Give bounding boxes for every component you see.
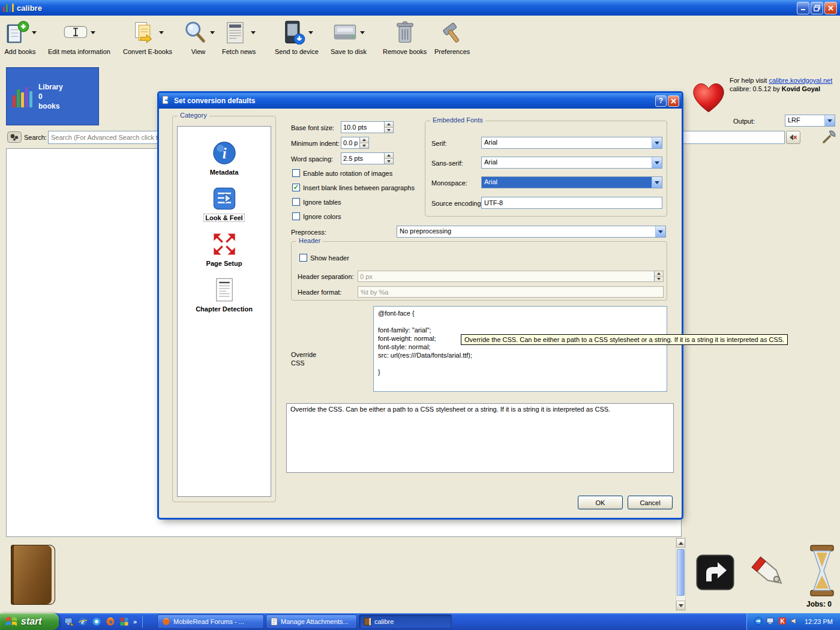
send-to-device-button[interactable]: Send to device — [275, 18, 319, 55]
word-spacing-label: Word spacing: — [291, 155, 333, 163]
source-encoding-input[interactable] — [481, 197, 662, 209]
help-link[interactable]: calibre.kovidgoyal.net — [769, 77, 832, 84]
base-font-size-input[interactable] — [341, 122, 384, 133]
minimum-indent-spinner[interactable] — [341, 137, 369, 149]
dialog-help-button[interactable]: ? — [655, 95, 667, 107]
ok-button[interactable]: OK — [578, 496, 623, 509]
wrench-icon — [821, 128, 838, 145]
embedded-fonts-group: Embedded Fonts Serif: Arial Sans-serif: … — [425, 121, 667, 217]
convert-ebooks-button[interactable]: Convert E-books — [123, 18, 172, 55]
library-icon — [13, 86, 32, 107]
sans-serif-label: Sans-serif: — [431, 160, 463, 167]
header-separation-label: Header separation: — [298, 273, 354, 280]
add-books-menu-arrow[interactable] — [32, 31, 37, 34]
details-scrollbar[interactable] — [676, 538, 686, 611]
cancel-button[interactable]: Cancel — [628, 496, 673, 509]
tray-antivirus-icon[interactable]: K — [778, 617, 787, 626]
monospace-font-select[interactable]: Arial — [481, 176, 662, 188]
convert-ebooks-menu-arrow[interactable] — [159, 31, 164, 34]
media-player-icon[interactable] — [119, 617, 129, 626]
save-to-disk-menu-arrow[interactable] — [360, 31, 365, 34]
task-manage-attachments[interactable]: Manage Attachments... — [266, 614, 357, 629]
dropdown-icon — [652, 157, 662, 168]
remove-books-button[interactable]: Remove books — [383, 18, 427, 55]
messenger-icon[interactable] — [92, 617, 101, 626]
task-calibre[interactable]: calibre — [359, 614, 452, 629]
window-titlebar[interactable]: calibre — [0, 0, 840, 16]
close-button[interactable] — [824, 2, 837, 14]
add-books-button[interactable]: Add books — [4, 18, 37, 55]
header-separation-spinner — [358, 271, 664, 282]
category-item-look-feel[interactable]: Look & Feel — [204, 185, 244, 221]
word-spacing-input[interactable] — [341, 153, 384, 164]
view-button[interactable]: View — [182, 18, 215, 55]
sans-serif-font-select[interactable]: Arial — [481, 157, 662, 169]
firefox-icon[interactable] — [106, 617, 115, 626]
fetch-news-button[interactable]: Fetch news — [222, 18, 256, 55]
calibre-main-window: calibre Add books Edit meta information — [0, 0, 840, 630]
preprocess-select[interactable]: No preprocessing — [397, 226, 666, 238]
word-spacing-spin-buttons[interactable] — [384, 153, 393, 164]
view-menu-arrow[interactable] — [210, 31, 215, 34]
help-text: For help visit calibre.kovidgoyal.net — [730, 77, 832, 84]
base-font-size-spin-buttons[interactable] — [384, 122, 393, 133]
tray-display-icon[interactable] — [766, 617, 775, 626]
edit-meta-icon — [62, 19, 89, 46]
library-location-button[interactable]: Library 0 books — [6, 67, 99, 125]
minimize-button[interactable] — [797, 2, 809, 14]
taskbar-clock[interactable]: 12:23 PM — [805, 618, 833, 625]
quick-launch-overflow[interactable]: » — [133, 618, 137, 625]
base-font-size-spinner[interactable] — [341, 121, 394, 133]
category-item-metadata[interactable]: i Metadata — [209, 140, 240, 176]
save-to-disk-icon — [332, 19, 358, 46]
output-format-select[interactable]: LRF — [785, 115, 835, 127]
override-css-textarea[interactable]: @font-face { font-family: "arial"; font-… — [373, 306, 667, 392]
restore-button[interactable] — [811, 2, 823, 14]
checkbox-box — [292, 169, 300, 177]
saved-search-config-button[interactable] — [821, 128, 838, 146]
ignore-tables-checkbox[interactable]: Ignore tables — [292, 198, 341, 206]
tray-update-icon[interactable] — [754, 617, 763, 626]
preferences-label: Preferences — [434, 48, 470, 55]
dialog-titlebar[interactable]: Set conversion defaults ? — [159, 93, 682, 109]
tray-volume-icon[interactable] — [790, 617, 799, 626]
edit-meta-button[interactable]: Edit meta information — [48, 18, 110, 55]
scroll-up-button[interactable] — [676, 538, 685, 548]
serif-font-select[interactable]: Arial — [481, 137, 662, 149]
task-mobileread-forums[interactable]: MobileRead Forums - ... — [157, 614, 264, 629]
donate-heart-icon[interactable] — [690, 76, 727, 119]
auto-rotation-checkbox[interactable]: Enable auto rotation of images — [292, 169, 392, 177]
fetch-news-menu-arrow[interactable] — [251, 31, 256, 34]
scrollbar-thumb[interactable] — [677, 549, 685, 596]
override-css-label-2: CSS — [291, 359, 305, 367]
dialog-close-button[interactable] — [668, 95, 679, 107]
insert-blank-lines-checkbox[interactable]: ✓ Insert blank lines between paragraphs — [292, 184, 415, 191]
show-desktop-icon[interactable] — [64, 617, 74, 626]
tag-button[interactable] — [746, 551, 793, 596]
edit-meta-menu-arrow[interactable] — [91, 31, 95, 34]
serif-label: Serif: — [431, 140, 447, 147]
jobs-count-label: Jobs: 0 — [806, 600, 832, 608]
preferences-button[interactable]: Preferences — [434, 18, 470, 55]
ignore-colors-checkbox[interactable]: Ignore colors — [292, 212, 341, 220]
category-item-chapter-detection[interactable]: Chapter Detection — [194, 277, 254, 313]
dialog-title: Set conversion defaults — [174, 97, 255, 105]
clear-search-button[interactable] — [786, 131, 800, 144]
minimum-indent-spin-buttons[interactable] — [359, 137, 368, 148]
checkbox-box — [292, 212, 300, 220]
save-to-disk-button[interactable]: Save to disk — [331, 18, 367, 55]
minimum-indent-label: Minimum indent: — [291, 140, 340, 147]
minimum-indent-input[interactable] — [341, 137, 359, 148]
internet-explorer-icon[interactable]: e — [78, 617, 88, 626]
send-to-device-menu-arrow[interactable] — [308, 31, 313, 34]
scroll-down-button[interactable] — [676, 601, 685, 610]
monospace-label: Monospace: — [431, 179, 467, 187]
jobs-button[interactable] — [809, 545, 835, 598]
book-cover-image — [11, 545, 55, 605]
calibre-app-icon — [3, 4, 14, 12]
open-containing-folder-button[interactable] — [696, 554, 734, 592]
word-spacing-spinner[interactable] — [341, 152, 394, 164]
show-header-checkbox[interactable]: Show header — [299, 254, 349, 262]
start-button[interactable]: start — [0, 613, 59, 630]
category-item-page-setup[interactable]: Page Setup — [205, 231, 244, 267]
